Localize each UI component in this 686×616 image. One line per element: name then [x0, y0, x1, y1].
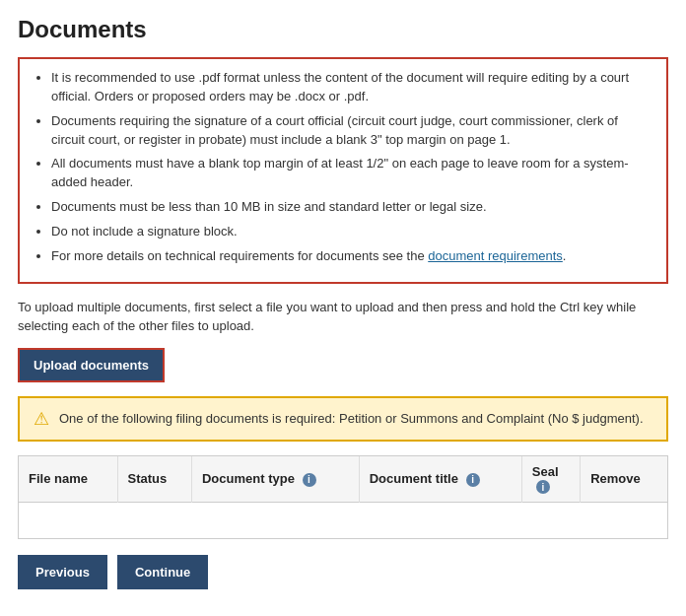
- warning-item-3: All documents must have a blank top marg…: [51, 155, 652, 192]
- col-status: Status: [117, 456, 191, 503]
- col-remove: Remove: [581, 456, 667, 503]
- page-container: Documents It is recommended to use .pdf …: [0, 0, 686, 605]
- alert-message: One of the following filing documents is…: [59, 411, 644, 426]
- warning-item-6-suffix: .: [563, 248, 567, 263]
- upload-documents-button[interactable]: Upload documents: [18, 348, 165, 382]
- col-document-title: Document title i: [359, 456, 521, 503]
- seal-info-icon[interactable]: i: [536, 480, 550, 494]
- upload-info-text: To upload multiple documents, first sele…: [18, 298, 668, 336]
- documents-table-container: File name Status Document type i Documen…: [18, 455, 668, 539]
- warning-item-2: Documents requiring the signature of a c…: [51, 112, 652, 150]
- col-document-type: Document type i: [191, 456, 359, 503]
- col-filename: File name: [19, 456, 117, 503]
- warning-item-5: Do not include a signature block.: [51, 223, 652, 241]
- alert-box: ⚠ One of the following filing documents …: [18, 396, 668, 442]
- document-title-info-icon[interactable]: i: [466, 473, 480, 487]
- warning-box: It is recommended to use .pdf format unl…: [18, 57, 668, 284]
- warning-list: It is recommended to use .pdf format unl…: [34, 69, 652, 266]
- table-header-row: File name Status Document type i Documen…: [19, 456, 667, 503]
- footer-buttons: Previous Continue: [18, 555, 668, 589]
- document-requirements-link[interactable]: document requirements: [428, 248, 563, 263]
- alert-icon: ⚠: [34, 408, 49, 430]
- document-type-info-icon[interactable]: i: [303, 473, 316, 487]
- col-seal: Seal i: [521, 456, 580, 503]
- warning-item-4: Documents must be less than 10 MB in siz…: [51, 198, 652, 217]
- table-empty-row: [19, 503, 667, 538]
- previous-button[interactable]: Previous: [18, 555, 107, 589]
- warning-item-6: For more details on technical requiremen…: [51, 247, 652, 266]
- continue-button[interactable]: Continue: [117, 555, 208, 589]
- page-title: Documents: [18, 16, 668, 43]
- warning-item-1: It is recommended to use .pdf format unl…: [51, 69, 652, 106]
- warning-item-6-text: For more details on technical requiremen…: [51, 248, 428, 263]
- documents-table: File name Status Document type i Documen…: [19, 456, 667, 538]
